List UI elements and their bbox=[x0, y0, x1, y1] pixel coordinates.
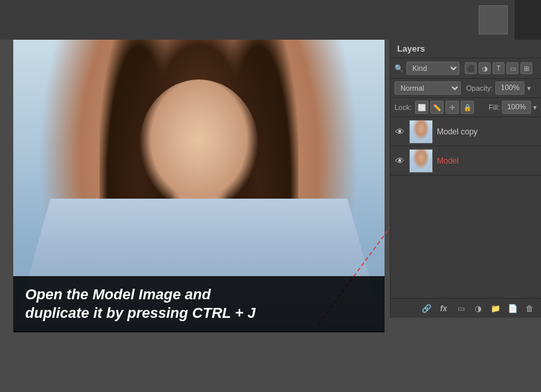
fill-label: Fill: bbox=[489, 103, 500, 111]
kind-dropdown[interactable]: Kind bbox=[406, 62, 459, 75]
photo-face bbox=[139, 79, 259, 212]
caption-line1: Open the Model Image and bbox=[25, 286, 211, 303]
filter-row: 🔍 Kind ⬛ ◑ T ▭ ⊞ bbox=[391, 58, 541, 79]
opacity-value[interactable]: 100% bbox=[495, 81, 524, 95]
top-bar bbox=[0, 0, 541, 40]
link-layers-btn[interactable]: 🔗 bbox=[419, 301, 434, 316]
fill-chevron[interactable]: ▾ bbox=[533, 103, 537, 112]
eye-icon-model[interactable]: 👁 bbox=[394, 156, 405, 166]
caption-text: Open the Model Image and duplicate it by… bbox=[25, 285, 373, 323]
opacity-label: Opacity: bbox=[466, 84, 493, 92]
blend-mode-row: Normal Opacity: 100% ▾ bbox=[391, 79, 541, 98]
type-filter-icon[interactable]: T bbox=[493, 62, 505, 74]
delete-layer-btn[interactable]: 🗑 bbox=[522, 301, 537, 316]
caption-line2: duplicate it by pressing CTRL + J bbox=[25, 305, 255, 321]
shape-filter-icon[interactable]: ▭ bbox=[507, 62, 518, 74]
lock-label: Lock: bbox=[394, 103, 412, 111]
blend-mode-dropdown[interactable]: Normal bbox=[394, 81, 461, 95]
layer-thumb-model-copy bbox=[409, 120, 433, 144]
lock-transparent-btn[interactable]: ⬜ bbox=[415, 101, 428, 114]
layer-thumb-img-model-copy bbox=[410, 121, 432, 143]
layers-bottom-toolbar: 🔗 fx ▭ ◑ 📁 📄 🗑 bbox=[391, 298, 541, 318]
adjustment-btn[interactable]: ◑ bbox=[471, 301, 485, 316]
lock-all-btn[interactable]: 🔒 bbox=[461, 101, 474, 114]
smart-filter-icon[interactable]: ⊞ bbox=[520, 62, 532, 74]
lock-image-btn[interactable]: ✏️ bbox=[430, 101, 444, 114]
caption-box: Open the Model Image and duplicate it by… bbox=[13, 276, 385, 332]
layer-thumb-model bbox=[409, 149, 433, 173]
eye-icon-model-copy[interactable]: 👁 bbox=[394, 126, 405, 137]
lock-position-btn[interactable]: ✛ bbox=[446, 101, 459, 114]
search-icon: 🔍 bbox=[394, 64, 404, 73]
filter-icons: ⬛ ◑ T ▭ ⊞ bbox=[465, 62, 532, 74]
fx-btn[interactable]: fx bbox=[436, 301, 451, 316]
layers-panel-title: Layers bbox=[397, 44, 425, 54]
layer-row-model[interactable]: 👁 Model bbox=[391, 146, 541, 175]
add-mask-btn[interactable]: ▭ bbox=[453, 301, 468, 316]
new-layer-btn[interactable]: 📄 bbox=[505, 301, 520, 316]
adjustment-filter-icon[interactable]: ◑ bbox=[479, 62, 491, 74]
lock-row: Lock: ⬜ ✏️ ✛ 🔒 Fill: 100% ▾ bbox=[391, 98, 541, 117]
layer-row-model-copy[interactable]: 👁 Model copy bbox=[391, 117, 541, 146]
right-dark-corner bbox=[514, 0, 541, 40]
new-group-btn[interactable]: 📁 bbox=[488, 301, 503, 316]
opacity-chevron[interactable]: ▾ bbox=[527, 84, 531, 93]
top-bar-thumbnail bbox=[479, 5, 508, 34]
pixel-filter-icon[interactable]: ⬛ bbox=[465, 62, 477, 74]
layers-panel-header: Layers bbox=[391, 40, 541, 58]
layer-thumb-img-model bbox=[410, 150, 432, 172]
fill-value[interactable]: 100% bbox=[502, 101, 531, 114]
layers-panel: Layers 🔍 Kind ⬛ ◑ T ▭ ⊞ Normal Opacity: … bbox=[390, 40, 541, 318]
layer-name-model-copy: Model copy bbox=[437, 127, 537, 136]
layer-name-model: Model bbox=[437, 156, 537, 166]
